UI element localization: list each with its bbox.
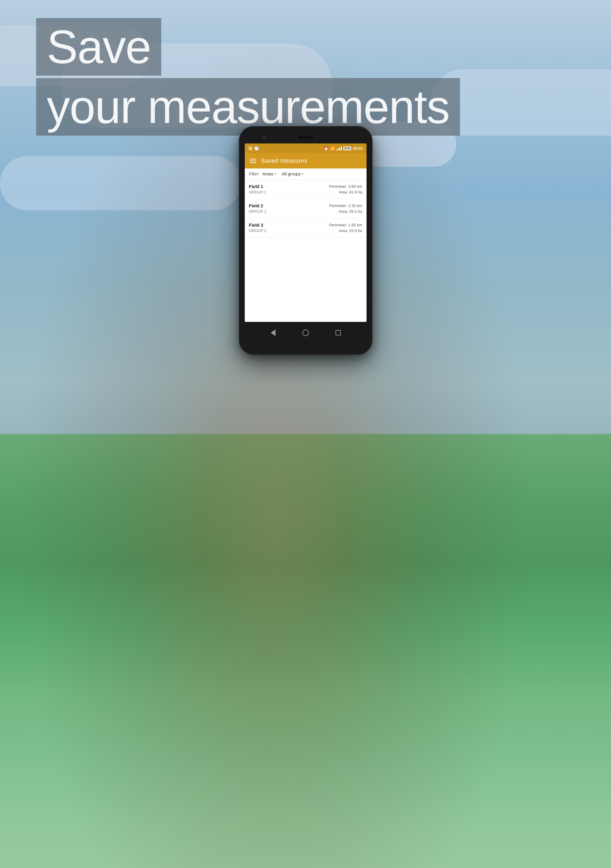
filter-bar: Filter: Areas ▾ All groups ▾ [245,169,366,180]
measure-row-top-1: Field 1 Perimeter: 2.68 km [249,184,362,189]
measure-group-1: GROUP 1 [249,190,267,194]
recent-button[interactable] [332,327,344,339]
hamburger-line-3 [250,163,256,163]
measure-perimeter-2: Perimeter: 2.32 km [329,203,362,208]
measure-row-bottom-1: GROUP 1 Area: 41.9 ha [249,190,362,194]
measure-name-3: Field 3 [249,222,264,228]
clock-icon: 🕐 [254,146,259,151]
measure-row-top-3: Field 3 Perimeter: 1.65 km [249,222,362,228]
app-bar-title: Saved measures [261,157,307,164]
signal-bars [337,146,342,150]
filter-group-select[interactable]: All groups ▾ [282,172,304,176]
hamburger-line-1 [250,159,256,160]
list-empty-space [245,237,366,322]
filter-group-arrow: ▾ [302,172,304,176]
measure-perimeter-3: Perimeter: 1.65 km [329,223,362,227]
hamburger-menu-button[interactable] [250,159,256,163]
measure-row-bottom-2: GROUP 1 Area: 29.2 ha [249,209,362,214]
app-bar: Saved measures [245,153,366,169]
status-bar: 🖼 🕐 ⏰ 📶 51% 19:01 [245,143,366,153]
title-line1: Save [47,21,151,73]
recent-icon [335,330,341,335]
status-time: 19:01 [353,146,363,151]
measure-group-2: GROUP 1 [249,209,267,214]
phone-nav-bar [245,322,366,344]
back-button[interactable] [267,327,279,339]
hamburger-line-2 [250,161,256,161]
back-icon [271,329,276,336]
home-button[interactable] [299,327,312,339]
measure-area-1: Area: 41.9 ha [338,190,362,194]
measure-perimeter-1: Perimeter: 2.68 km [329,184,362,189]
title-line1-bg: Save [36,18,161,76]
phone-wrapper: 🖼 🕐 ⏰ 📶 51% 19:01 [239,127,372,355]
image-icon: 🖼 [248,146,252,151]
measure-area-3: Area: 15.0 ha [338,228,362,233]
filter-type-arrow: ▾ [274,172,276,176]
signal-bar-2 [338,148,339,150]
phone-shell: 🖼 🕐 ⏰ 📶 51% 19:01 [239,127,372,355]
measure-item-3[interactable]: Field 3 Perimeter: 1.65 km GROUP 2 Area:… [245,218,366,237]
signal-bar-3 [340,147,340,150]
measure-list: Field 1 Perimeter: 2.68 km GROUP 1 Area:… [245,180,366,322]
measure-item-2[interactable]: Field 2 Perimeter: 2.32 km GROUP 1 Area:… [245,199,366,218]
signal-bar-1 [337,149,337,150]
filter-group-value: All groups [282,172,301,176]
measure-row-top-2: Field 2 Perimeter: 2.32 km [249,203,362,208]
measure-area-2: Area: 29.2 ha [338,209,362,214]
status-left-icons: 🖼 🕐 [248,146,259,151]
measure-name-1: Field 1 [249,184,264,189]
alarm-icon: ⏰ [324,146,329,151]
measure-item-1[interactable]: Field 1 Perimeter: 2.68 km GROUP 1 Area:… [245,180,366,199]
phone-top-bar [245,132,366,143]
filter-type-value: Areas [262,172,274,176]
measure-group-3: GROUP 2 [249,228,267,233]
wifi-icon: 📶 [330,146,335,151]
home-icon [302,329,309,336]
signal-bar-4 [341,146,342,150]
phone-speaker [296,135,315,140]
front-camera [263,136,266,139]
filter-label: Filter: [249,172,259,176]
status-right-info: ⏰ 📶 51% 19:01 [324,146,363,151]
phone-screen: 🖼 🕐 ⏰ 📶 51% 19:01 [245,143,366,322]
title-overlay: Save your measurements [36,18,460,136]
title-line2: your measurements [47,81,450,133]
battery-indicator: 51% [343,146,351,150]
filter-type-select[interactable]: Areas ▾ [262,172,277,176]
measure-name-2: Field 2 [249,203,264,208]
measure-row-bottom-3: GROUP 2 Area: 15.0 ha [249,228,362,233]
phone-bottom-area [245,344,366,349]
